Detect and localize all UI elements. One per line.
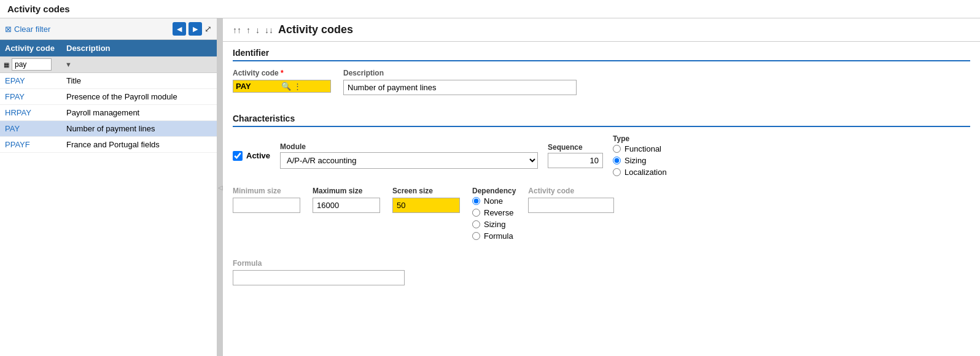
nav-arrows: ◀ ▶ ⤢ bbox=[173, 22, 212, 36]
filter-clear-icon: ⊠ bbox=[5, 25, 12, 34]
grid-icon: ▦ bbox=[4, 61, 9, 68]
type-localization-label: Localization bbox=[624, 168, 667, 177]
filter-desc-cell: ▼ bbox=[61, 59, 76, 70]
formula-input[interactable] bbox=[233, 270, 405, 285]
activity-code-input-wrapper: 🔍 ⋮ bbox=[233, 80, 331, 93]
max-size-input[interactable] bbox=[313, 198, 380, 213]
screen-size-input[interactable] bbox=[392, 198, 460, 213]
identifier-section: Identifier Activity code * 🔍 ⋮ Descripti… bbox=[223, 42, 980, 107]
right-toolbar: ↑↑ ↑ ↓ ↓↓ Activity codes bbox=[223, 18, 980, 42]
type-localization: Localization bbox=[613, 168, 667, 177]
dep-sizing-radio[interactable] bbox=[472, 220, 480, 228]
type-sizing-label: Sizing bbox=[624, 156, 646, 165]
filter-icon: ▼ bbox=[65, 61, 72, 68]
left-toolbar: ⊠ Clear filter ◀ ▶ ⤢ bbox=[0, 18, 217, 40]
description-label: Description bbox=[343, 69, 577, 77]
char-form-row-1: Active Module A/P-A/R accounting Sequenc… bbox=[233, 134, 970, 177]
characteristics-section-title: Characteristics bbox=[233, 114, 970, 127]
dep-activity-code-input[interactable] bbox=[528, 198, 614, 213]
max-size-label: Maximum size bbox=[313, 187, 380, 195]
list-item[interactable]: EPAY Title bbox=[0, 73, 217, 89]
sort-first-button[interactable]: ↑↑ bbox=[233, 25, 241, 35]
activity-code-group: Activity code * 🔍 ⋮ bbox=[233, 69, 331, 93]
sequence-label: Sequence bbox=[548, 143, 603, 152]
type-radio-group: Functional Sizing Localization bbox=[613, 144, 667, 177]
type-functional-radio[interactable] bbox=[613, 145, 621, 153]
description-input[interactable] bbox=[343, 80, 577, 95]
list-item[interactable]: PPAYF France and Portugal fields bbox=[0, 137, 217, 153]
right-panel: ↑↑ ↑ ↓ ↓↓ Activity codes Identifier Acti… bbox=[223, 18, 980, 356]
dep-formula-radio[interactable] bbox=[472, 232, 480, 240]
dep-none-radio[interactable] bbox=[472, 197, 480, 205]
module-group: Module A/P-A/R accounting bbox=[280, 142, 538, 169]
resize-handle[interactable]: ◁ bbox=[218, 18, 223, 356]
filter-code-input[interactable] bbox=[12, 58, 52, 71]
activity-code-input[interactable] bbox=[236, 82, 279, 91]
type-functional-label: Functional bbox=[624, 144, 661, 153]
dep-none: None bbox=[472, 196, 516, 206]
module-label: Module bbox=[280, 142, 538, 151]
sort-up-button[interactable]: ↑ bbox=[246, 25, 251, 35]
list-item[interactable]: FPAY Presence of the Payroll module bbox=[0, 89, 217, 105]
description-group: Description bbox=[343, 69, 577, 95]
screen-size-label: Screen size bbox=[392, 187, 460, 195]
row-desc: Number of payment lines bbox=[61, 121, 217, 136]
app-title: Activity codes bbox=[0, 0, 980, 18]
list-item-selected[interactable]: PAY Number of payment lines bbox=[0, 121, 217, 137]
dependency-radio-group: None Reverse Sizing Formula bbox=[472, 196, 516, 241]
min-size-label: Minimum size bbox=[233, 187, 300, 195]
dep-reverse-label: Reverse bbox=[484, 208, 513, 217]
nav-next-button[interactable]: ▶ bbox=[189, 22, 202, 36]
type-functional: Functional bbox=[613, 144, 667, 153]
nav-prev-button[interactable]: ◀ bbox=[173, 22, 186, 36]
col-header-desc: Description bbox=[61, 40, 217, 56]
more-options-icon[interactable]: ⋮ bbox=[294, 82, 301, 91]
row-code: FPAY bbox=[0, 89, 61, 104]
characteristics-section: Characteristics Active Module A/P-A/R ac… bbox=[223, 107, 980, 257]
active-checkbox[interactable] bbox=[233, 151, 243, 161]
search-icon[interactable]: 🔍 bbox=[281, 82, 291, 91]
sort-last-button[interactable]: ↓↓ bbox=[265, 25, 273, 35]
sizing-row: Minimum size Maximum size Screen size De… bbox=[233, 187, 970, 241]
identifier-section-title: Identifier bbox=[233, 48, 970, 61]
dependency-label: Dependency bbox=[472, 187, 516, 195]
row-desc: Title bbox=[61, 73, 217, 88]
formula-label: Formula bbox=[233, 259, 970, 268]
dep-reverse-radio[interactable] bbox=[472, 209, 480, 217]
max-size-group: Maximum size bbox=[313, 187, 380, 213]
sequence-input[interactable] bbox=[548, 153, 603, 168]
min-size-input[interactable] bbox=[233, 198, 300, 213]
filter-row: ▦ ▼ bbox=[0, 56, 217, 73]
row-desc: Payroll management bbox=[61, 105, 217, 120]
dep-formula: Formula bbox=[472, 231, 516, 241]
dep-activity-code-group: Activity code bbox=[528, 187, 614, 213]
row-desc: Presence of the Payroll module bbox=[61, 89, 217, 104]
dep-reverse: Reverse bbox=[472, 208, 516, 217]
row-code: HRPAY bbox=[0, 105, 61, 120]
list-item[interactable]: HRPAY Payroll management bbox=[0, 105, 217, 121]
required-marker: * bbox=[281, 69, 284, 77]
dep-activity-code-label: Activity code bbox=[528, 187, 614, 195]
formula-section: Formula bbox=[223, 257, 980, 295]
dependency-group: Dependency None Reverse Sizing bbox=[472, 187, 516, 241]
filter-code-cell: ▦ bbox=[0, 56, 61, 72]
module-select[interactable]: A/P-A/R accounting bbox=[280, 152, 538, 169]
type-localization-radio[interactable] bbox=[613, 168, 621, 176]
dep-none-label: None bbox=[484, 196, 503, 206]
row-code: EPAY bbox=[0, 73, 61, 88]
right-panel-title: Activity codes bbox=[278, 23, 353, 36]
row-code: PPAYF bbox=[0, 137, 61, 152]
sequence-group: Sequence bbox=[548, 143, 603, 168]
activity-code-label: Activity code * bbox=[233, 69, 331, 77]
left-panel: ⊠ Clear filter ◀ ▶ ⤢ Activity code Descr… bbox=[0, 18, 218, 356]
row-desc: France and Portugal fields bbox=[61, 137, 217, 152]
row-code: PAY bbox=[0, 121, 61, 136]
clear-filter-label: Clear filter bbox=[14, 25, 50, 34]
expand-button[interactable]: ⤢ bbox=[204, 24, 212, 34]
active-check-group: Active bbox=[233, 151, 270, 161]
sort-down-button[interactable]: ↓ bbox=[255, 25, 260, 35]
dep-formula-label: Formula bbox=[484, 231, 513, 241]
clear-filter-button[interactable]: ⊠ Clear filter bbox=[5, 25, 50, 34]
type-sizing-radio[interactable] bbox=[613, 157, 621, 164]
list-items: EPAY Title FPAY Presence of the Payroll … bbox=[0, 73, 217, 356]
